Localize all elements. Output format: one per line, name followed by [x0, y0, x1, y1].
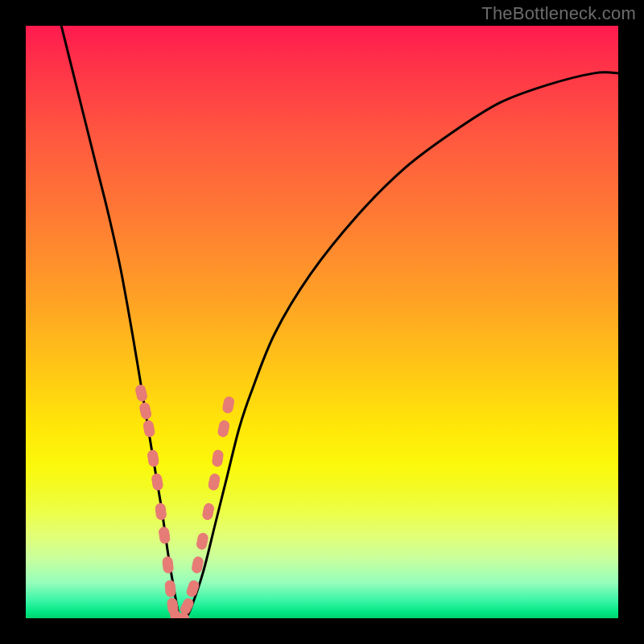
- highlight-marker: [162, 556, 173, 573]
- highlight-marker: [179, 597, 195, 616]
- highlight-marker: [159, 526, 171, 544]
- watermark-text: TheBottleneck.com: [481, 3, 636, 24]
- highlight-marker: [142, 419, 155, 437]
- highlight-marker: [147, 450, 159, 467]
- highlight-marker: [165, 580, 176, 597]
- highlight-marker: [155, 503, 167, 520]
- highlight-marker: [208, 473, 221, 491]
- bottleneck-curve-path: [61, 26, 618, 618]
- highlight-marker: [196, 532, 208, 550]
- highlight-marker: [217, 419, 230, 437]
- plot-area: [26, 26, 618, 618]
- bottleneck-curve: [61, 26, 618, 618]
- curve-layer: [26, 26, 618, 618]
- highlight-marker: [151, 473, 163, 491]
- highlight-marker: [222, 396, 235, 414]
- highlight-marker: [192, 556, 204, 574]
- highlight-marker: [202, 503, 215, 521]
- highlight-marker: [134, 384, 147, 402]
- chart-frame: TheBottleneck.com: [0, 0, 644, 644]
- highlight-marker: [139, 402, 152, 419]
- highlight-marker: [186, 580, 200, 598]
- highlight-marker: [212, 450, 224, 468]
